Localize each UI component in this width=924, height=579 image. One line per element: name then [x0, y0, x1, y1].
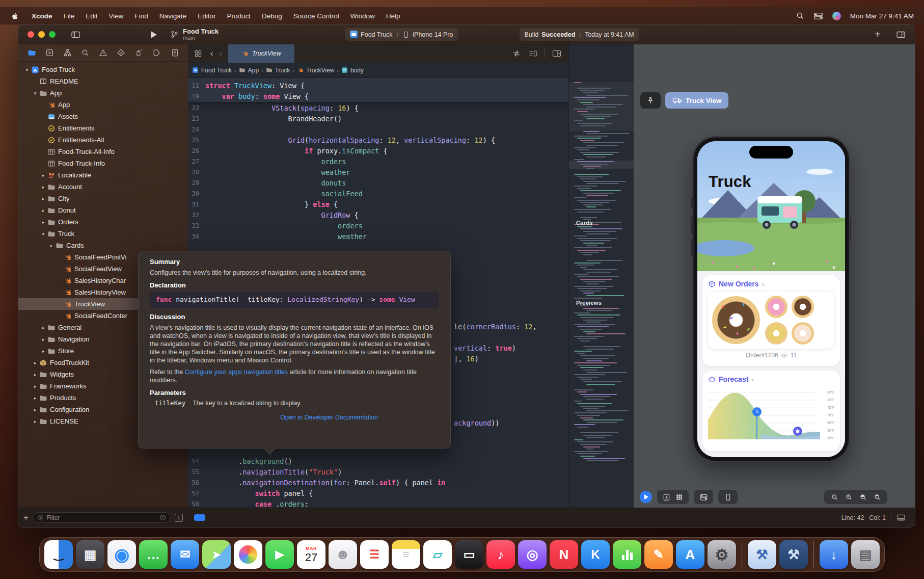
code-line[interactable]: 25 Grid(horizontalSpacing: 12, verticalS… [188, 135, 568, 146]
dock-item-safari[interactable]: ◉ [107, 540, 136, 569]
menu-item-window[interactable]: Window [345, 12, 381, 20]
code-line[interactable]: 56 .navigationDestination(for: Panel.sel… [188, 478, 568, 488]
spotlight-icon[interactable] [796, 12, 804, 20]
tree-item-entitlements-all[interactable]: Entitlements-All [18, 134, 188, 146]
menu-item-find[interactable]: Find [129, 12, 154, 20]
menu-item-view[interactable]: View [103, 12, 129, 20]
menu-item-help[interactable]: Help [381, 12, 406, 20]
run-button[interactable] [151, 31, 157, 38]
code-line[interactable]: 28 weather [188, 167, 568, 178]
accessibility-preview-icon[interactable] [724, 493, 732, 501]
dock-item-calendar[interactable]: MAR27 [297, 540, 325, 569]
siri-icon[interactable] [832, 12, 841, 20]
dock-item-keynote[interactable]: K [581, 540, 610, 569]
dock-item-trash[interactable]: ▤ [851, 540, 880, 569]
menu-item-editor[interactable]: Editor [192, 12, 221, 20]
code-line[interactable]: 23 BrandHeader() [188, 114, 568, 124]
menu-item-debug[interactable]: Debug [256, 12, 288, 20]
dock-item-reminders[interactable]: ☰ [360, 540, 389, 569]
dock-item-app-store[interactable]: A [676, 540, 704, 569]
code-line[interactable]: 57 switch panel { [188, 488, 568, 499]
code-line[interactable]: 24 [188, 124, 568, 135]
dock-item-contacts[interactable]: ☻ [329, 540, 357, 569]
jump-bar-item-app[interactable]: App [239, 67, 259, 74]
jump-bar-item-body[interactable]: body [341, 67, 364, 74]
navigator-tab-project[interactable] [26, 48, 37, 58]
tree-item-readme[interactable]: README [18, 75, 188, 87]
tree-item-food-truck[interactable]: ▾Food Truck [18, 64, 188, 75]
apple-menu[interactable] [8, 12, 26, 20]
source-control-filter-icon[interactable]: ± [175, 514, 183, 522]
dock-item-finder[interactable]: ‿ [44, 540, 73, 569]
navigator-tab-issues[interactable] [98, 48, 108, 58]
editor-tab[interactable]: TruckView [228, 44, 294, 63]
recent-files-clock-icon[interactable] [159, 514, 166, 521]
variants-grid-icon[interactable] [675, 493, 683, 501]
activity-view[interactable]: Build Succeeded | Today at 9:41 AM [520, 28, 639, 41]
code-review-icon[interactable] [512, 49, 521, 58]
tree-item-orders[interactable]: ▸Orders [18, 216, 188, 228]
dock-item-music[interactable]: ♪ [486, 540, 515, 569]
tree-item-app[interactable]: ▾App [18, 87, 188, 99]
code-line[interactable]: 29 donuts [188, 178, 568, 189]
dock-item-photos[interactable] [234, 540, 262, 569]
toggle-navigator-icon[interactable] [71, 31, 80, 39]
tree-item-truck[interactable]: ▾Truck [18, 228, 188, 240]
adjust-editor-options-icon[interactable] [528, 49, 537, 58]
dock-item-xcode-beta[interactable]: ⚒ [779, 540, 808, 569]
navigator-tab-breakpoints[interactable] [152, 48, 162, 58]
code-line[interactable]: 30 socialFeed [188, 189, 568, 199]
navigator-tab-debug[interactable] [134, 48, 144, 58]
tree-item-app[interactable]: App [18, 99, 188, 111]
code-line[interactable]: 58 case .orders: [188, 499, 568, 508]
menu-item-navigate[interactable]: Navigate [154, 12, 192, 20]
configure-titles-link[interactable]: Configure your apps navigation titles [185, 369, 288, 376]
navigator-tab-tests[interactable] [116, 48, 126, 58]
editor-layout-icon[interactable] [896, 31, 906, 39]
menu-item-edit[interactable]: Edit [80, 12, 103, 20]
add-file-button[interactable]: + [23, 513, 29, 523]
forecast-card[interactable]: Forecast › [702, 371, 840, 451]
dock-item-system-settings[interactable]: ⚙ [708, 540, 736, 569]
zoom-out-icon[interactable]: - [831, 493, 838, 501]
code-line[interactable]: 55 .navigationTitle("Truck") [188, 467, 568, 478]
zoom-in-icon[interactable]: + [874, 493, 881, 501]
related-items-icon[interactable] [194, 49, 202, 58]
tree-item-food-truck-info[interactable]: Food-Truck-Info [18, 157, 188, 169]
menu-item-source-control[interactable]: Source Control [288, 12, 345, 20]
tree-item-donut[interactable]: ▸Donut [18, 204, 188, 216]
dock-item-podcasts[interactable]: ◎ [518, 540, 547, 569]
zoom-fit-icon[interactable] [859, 493, 867, 501]
menu-item-file[interactable]: File [58, 12, 80, 20]
code-line[interactable]: 31 } else { [188, 199, 568, 210]
jump-bar-item-food-truck[interactable]: Food Truck [192, 67, 232, 74]
dock-item-maps[interactable]: ➤ [202, 540, 231, 569]
code-line[interactable]: 33 orders [188, 221, 568, 231]
dock-item-news[interactable]: N [550, 540, 578, 569]
menu-app-name[interactable]: Xcode [26, 12, 58, 20]
code-line[interactable]: 22 VStack(spacing: 16) { [188, 103, 568, 114]
code-line[interactable]: 34 weather [188, 231, 568, 242]
menu-item-product[interactable]: Product [221, 12, 256, 20]
dock-item-xcode[interactable]: ⚒ [748, 540, 776, 569]
new-orders-card[interactable]: New Orders › [702, 275, 840, 366]
device-settings-icon[interactable] [699, 493, 708, 501]
toggle-debug-area-icon[interactable] [896, 514, 906, 521]
navigator-tab-reports[interactable] [170, 48, 180, 58]
code-line[interactable]: 19 var body: some View { [188, 91, 568, 102]
code-line[interactable]: 27 orders [188, 156, 568, 167]
menu-clock[interactable]: Mon Mar 27 9:41 AM [850, 12, 914, 20]
open-developer-documentation-link[interactable]: Open in Developer Documentation [150, 413, 439, 422]
dock-item-downloads[interactable]: ↓ [820, 540, 848, 569]
library-add-button[interactable]: + [875, 29, 881, 40]
tree-item-account[interactable]: ▸Account [18, 181, 188, 193]
code-line[interactable]: 26 if proxy.isCompact { [188, 146, 568, 156]
dock-item-freeform[interactable]: ▱ [423, 540, 452, 569]
tree-item-city[interactable]: ▸City [18, 193, 188, 204]
zoom-100-icon[interactable]: 1 [845, 493, 853, 501]
tree-item-cards[interactable]: ▸Cards [18, 240, 188, 251]
navigator-tab-find[interactable] [80, 48, 90, 58]
navigator-filter-field[interactable]: Filter [33, 512, 171, 523]
live-preview-button[interactable] [640, 491, 652, 503]
dock-item-notes[interactable]: ≡ [392, 540, 420, 569]
